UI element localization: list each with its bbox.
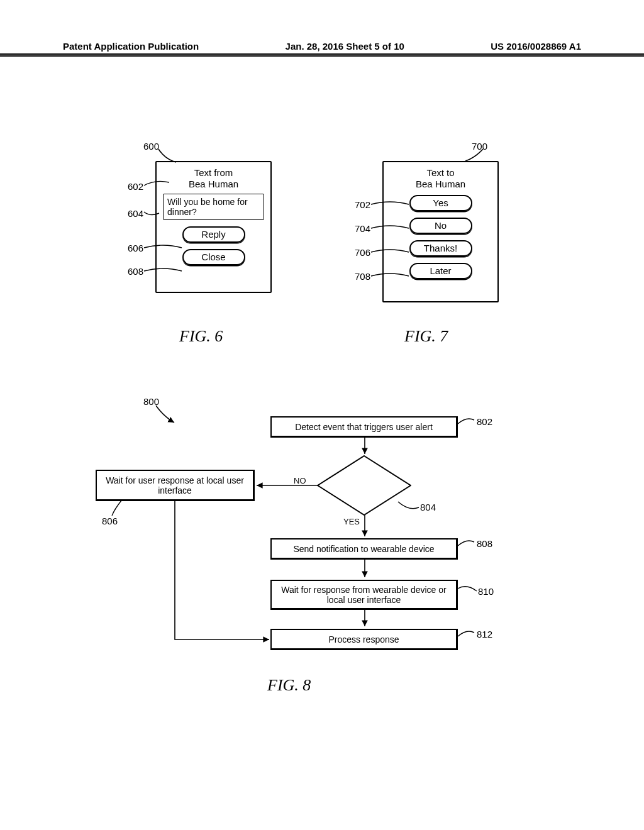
leader-808	[458, 541, 477, 552]
ref-606: 606	[128, 243, 143, 253]
box-802: Detect event that triggers user alert	[270, 416, 458, 438]
reply-button[interactable]: Reply	[182, 226, 245, 243]
ref-806: 806	[102, 516, 118, 526]
later-button[interactable]: Later	[409, 263, 472, 279]
ref-602: 602	[128, 181, 143, 192]
fig8-flowchart: 800 Detect event that triggers user aler…	[0, 396, 644, 748]
arrow-no	[255, 482, 319, 489]
page-header: Patent Application Publication Jan. 28, …	[0, 53, 644, 57]
fig8-caption: FIG. 8	[267, 676, 311, 695]
box-810: Wait for response from wearable device o…	[270, 580, 458, 610]
ref-708: 708	[355, 271, 370, 282]
close-button[interactable]: Close	[182, 249, 245, 265]
ref-608: 608	[128, 266, 143, 277]
leader-706	[371, 250, 409, 257]
leader-702	[371, 202, 409, 209]
yes-button[interactable]: Yes	[409, 195, 472, 211]
leader-608	[144, 268, 182, 276]
fig7-title-line1: Text to	[426, 167, 454, 178]
header-center: Jan. 28, 2016 Sheet 5 of 10	[286, 41, 404, 52]
ref-808: 808	[477, 538, 492, 549]
leader-800	[154, 404, 179, 426]
box-806: Wait for user response at local user int…	[96, 470, 255, 501]
ref-802: 802	[477, 416, 492, 427]
leader-806	[112, 501, 131, 517]
label-yes: YES	[343, 517, 360, 526]
leader-602	[144, 179, 169, 191]
leader-604	[144, 209, 159, 217]
leader-804	[396, 500, 421, 512]
header-left: Patent Application Publication	[63, 41, 199, 52]
arrow-810-812	[362, 610, 368, 629]
fig7-title: Text to Bea Human	[390, 167, 491, 190]
ref-600: 600	[143, 141, 159, 152]
no-button[interactable]: No	[409, 218, 472, 234]
fig6-message-box: Will you be home for dinner?	[163, 194, 264, 220]
arrow-802-804	[362, 438, 368, 456]
leader-812	[458, 631, 477, 643]
ref-702: 702	[355, 199, 370, 210]
box-812: Process response	[270, 629, 458, 650]
ref-604: 604	[128, 208, 143, 219]
leader-700	[465, 147, 484, 162]
box-808: Send notification to wearable device	[270, 538, 458, 560]
fig6-title: Text from Bea Human	[163, 167, 264, 190]
fig7-title-line2: Bea Human	[416, 179, 465, 189]
leader-810	[458, 585, 478, 595]
header-right: US 2016/0028869 A1	[491, 41, 581, 52]
fig6-title-line1: Text from	[194, 167, 233, 178]
leader-704	[371, 226, 409, 233]
arrow-806-812	[172, 501, 275, 646]
arrow-yes	[362, 515, 368, 539]
leader-802	[458, 419, 477, 430]
fig7-caption: FIG. 7	[404, 327, 448, 346]
ref-812: 812	[477, 629, 492, 639]
fig6-caption: FIG. 6	[179, 327, 223, 346]
arrow-808-810	[362, 560, 368, 580]
leader-708	[371, 274, 409, 281]
ref-706: 706	[355, 247, 370, 258]
ref-804: 804	[420, 502, 436, 512]
thanks-button[interactable]: Thanks!	[409, 240, 472, 257]
fig6-title-line2: Bea Human	[189, 179, 238, 189]
ref-704: 704	[355, 223, 370, 234]
ref-810: 810	[478, 586, 494, 597]
leader-606	[144, 245, 182, 253]
